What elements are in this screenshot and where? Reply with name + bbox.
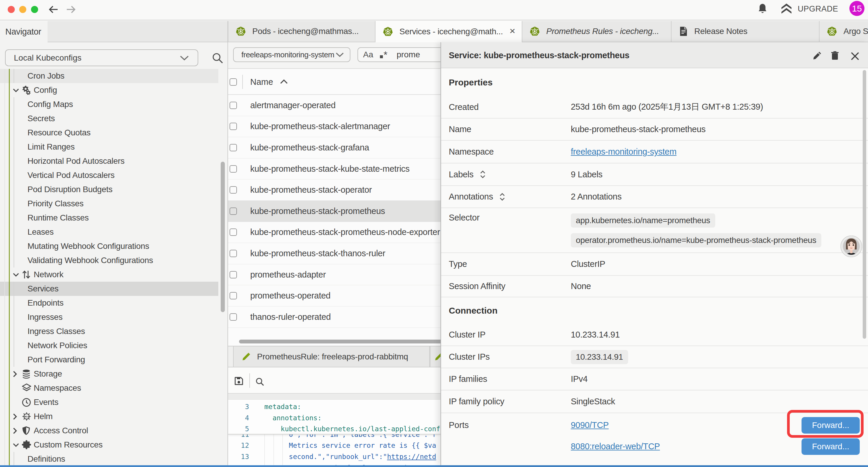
notification-count-badge[interactable]: 15 [849, 1, 864, 16]
expand-rows-icon[interactable] [499, 193, 505, 201]
chevron-right-icon[interactable] [13, 367, 19, 381]
sidebar-item-services[interactable]: Services [0, 282, 218, 296]
chevron-right-icon[interactable] [13, 424, 19, 438]
filter-query-text: prome [397, 50, 420, 59]
tree-scrollbar[interactable] [221, 162, 225, 312]
port-link[interactable]: 8080:reloader-web/TCP [571, 436, 660, 457]
sidebar-item-limit-ranges[interactable]: Limit Ranges [0, 140, 228, 154]
sidebar-item-network[interactable]: Network [0, 267, 228, 282]
detail-scrollbar[interactable] [863, 70, 866, 339]
tree-indent-guide [4, 69, 5, 465]
chevron-right-icon[interactable] [13, 395, 19, 409]
sidebar-item-mutating-webhook-configurations[interactable]: Mutating Webhook Configurations [0, 239, 228, 253]
tab-argo[interactable]: Argo Se [819, 21, 868, 42]
column-header-name[interactable]: Name [250, 69, 273, 95]
row-checkbox[interactable] [229, 102, 237, 109]
code-viewport[interactable]: 11 0","for":"1m","labels":{"service":"f1… [228, 400, 440, 466]
trash-icon[interactable] [830, 51, 840, 60]
row-checkbox[interactable] [229, 144, 237, 151]
bell-icon[interactable] [757, 3, 768, 14]
forward-button[interactable]: Forward... [802, 438, 860, 455]
row-checkbox[interactable] [229, 313, 237, 321]
sidebar-item-events[interactable]: Events [0, 395, 228, 409]
traffic-light-maximize-button[interactable] [31, 6, 38, 13]
chevron-down-icon[interactable] [13, 267, 19, 282]
editor-search-icon[interactable] [255, 377, 264, 386]
tab-prometheus[interactable]: Prometheus Rules - icecheng... [522, 21, 671, 42]
sidebar-item-port-forwarding[interactable]: Port Forwarding [0, 353, 228, 367]
chevron-right-icon[interactable] [13, 409, 19, 424]
select-all-checkbox[interactable] [229, 78, 237, 86]
match-case-toggle[interactable]: Aa [363, 50, 373, 59]
chevron-down-icon[interactable] [13, 438, 19, 452]
back-arrow-icon[interactable] [49, 5, 58, 14]
row-checkbox[interactable] [229, 123, 237, 130]
traffic-light-close-button[interactable] [8, 6, 15, 13]
property-value[interactable]: freeleaps-monitoring-system [571, 141, 677, 163]
sidebar-item-helm[interactable]: HELMHelm [0, 409, 228, 424]
editor-tab-prometheusrule[interactable]: PrometheusRule: freeleaps-prod-rabbitmq [233, 346, 430, 367]
property-value: ClusterIP [571, 253, 606, 275]
row-checkbox[interactable] [229, 207, 237, 215]
sidebar-item-ingresses[interactable]: Ingresses [0, 310, 228, 324]
tab-pods[interactable]: Pods - icecheng@mathmas... [228, 21, 375, 42]
sidebar-item-vertical-pod-autoscalers[interactable]: Vertical Pod Autoscalers [0, 168, 228, 182]
sidebar-item-horizontal-pod-autoscalers[interactable]: Horizontal Pod Autoscalers [0, 154, 228, 168]
navigator-search-icon[interactable] [212, 52, 224, 64]
row-checkbox[interactable] [229, 250, 237, 257]
forward-arrow-icon[interactable] [66, 5, 75, 14]
edit-pencil-icon[interactable] [812, 51, 822, 60]
editor-top-strip [228, 394, 440, 400]
sidebar-item-ingress-classes[interactable]: Ingress Classes [0, 324, 228, 339]
upgrade-button[interactable]: UPGRADE [780, 3, 838, 15]
sidebar-item-priority-classes[interactable]: Priority Classes [0, 197, 228, 211]
traffic-light-minimize-button[interactable] [19, 6, 26, 13]
tab-close-icon[interactable]: × [509, 25, 515, 37]
sidebar-item-definitions[interactable]: Definitions [0, 452, 228, 465]
sidebar-item-storage[interactable]: Storage [0, 367, 228, 381]
sidebar-item-validating-webhook-configurations[interactable]: Validating Webhook Configurations [0, 253, 228, 267]
property-label: Name [449, 119, 471, 140]
sidebar-item-network-policies[interactable]: Network Policies [0, 339, 228, 353]
sort-ascending-icon[interactable] [279, 79, 288, 84]
tab-services[interactable]: Services - icecheng@math...× [375, 21, 522, 42]
row-checkbox[interactable] [229, 271, 237, 279]
sidebar-item-pod-disruption-budgets[interactable]: Pod Disruption Budgets [0, 182, 228, 197]
property-label: Session Affinity [449, 276, 505, 297]
sidebar-item-leases[interactable]: Leases [0, 225, 228, 239]
close-icon[interactable] [850, 52, 860, 61]
sidebar-item-namespaces[interactable]: Namespaces [0, 381, 228, 395]
row-checkbox[interactable] [229, 165, 237, 173]
sidebar-item-cron-jobs[interactable]: Cron Jobs [0, 69, 218, 83]
sidebar-item-config-maps[interactable]: Config Maps [0, 97, 228, 111]
kubeconfig-select[interactable]: Local Kubeconfigs [5, 49, 198, 66]
sidebar-item-endpoints[interactable]: Endpoints [0, 296, 228, 310]
sidebar-item-runtime-classes[interactable]: Runtime Classes [0, 211, 228, 225]
sidebar-item-config[interactable]: Config [0, 83, 228, 97]
sidebar-item-custom-resources[interactable]: Custom Resources [0, 438, 228, 452]
sidebar-item-label: Ingress Classes [28, 327, 85, 336]
sidebar-item-label: Leases [28, 227, 54, 237]
sidebar-item-secrets[interactable]: Secrets [0, 111, 228, 126]
chevron-down-icon[interactable] [13, 83, 19, 97]
editor-tab-partial[interactable] [430, 346, 440, 367]
code-text: second.","runbook_url":"https://netd [256, 453, 436, 461]
expand-rows-icon[interactable] [479, 170, 486, 179]
regex-toggle[interactable]: * [380, 49, 387, 61]
sidebar-item-access-control[interactable]: Access Control [0, 424, 228, 438]
chevron-right-icon[interactable] [13, 381, 19, 395]
code-text: Metrics service error rate is {{ $va [256, 442, 436, 449]
value-chip: app.kubernetes.io/name=prometheus [571, 213, 715, 228]
tab-release[interactable]: Release Notes [672, 21, 819, 42]
namespace-select[interactable]: freeleaps-monitoring-system [233, 47, 350, 62]
port-link[interactable]: 9090/TCP [571, 414, 609, 436]
sidebar-item-resource-quotas[interactable]: Resource Quotas [0, 126, 228, 140]
tab-navigator[interactable]: Navigator [0, 21, 48, 42]
row-checkbox[interactable] [229, 186, 237, 194]
save-icon[interactable] [234, 377, 243, 385]
property-label: Cluster IPs [449, 346, 490, 368]
row-checkbox[interactable] [229, 229, 237, 236]
namespace-link[interactable]: freeleaps-monitoring-system [571, 147, 677, 157]
user-avatar[interactable] [840, 236, 862, 257]
row-checkbox[interactable] [229, 292, 237, 299]
